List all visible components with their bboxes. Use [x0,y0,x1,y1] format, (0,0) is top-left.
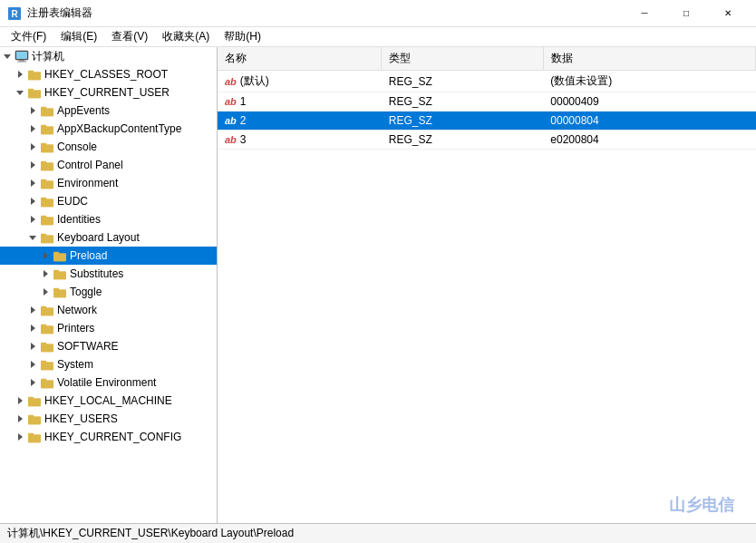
tree-item-label-computer: 计算机 [32,49,64,64]
tree-toggle-software[interactable] [25,337,40,355]
svg-rect-78 [41,380,53,388]
svg-rect-6 [17,62,26,63]
tree-item-identities[interactable]: Identities [0,210,217,228]
cell-type: REG_SZ [382,92,543,112]
tree-panel[interactable]: 计算机 HKEY_CLASSES_ROOT HKEY_CURRENT_USER … [0,47,218,523]
folder-icon [40,230,54,245]
tree-item-hklm[interactable]: HKEY_LOCAL_MACHINE [0,392,217,410]
svg-marker-71 [31,361,35,368]
cell-name: ab1 [218,92,382,112]
tree-item-label-hkcr: HKEY_CLASSES_ROOT [44,68,168,81]
close-button[interactable]: ✕ [707,0,749,27]
svg-rect-66 [41,325,53,334]
folder-icon [40,212,54,227]
tree-toggle-network[interactable] [25,301,40,319]
tree-item-label-keyboardlayout: Keyboard Layout [57,231,140,244]
tree-item-network[interactable]: Network [0,301,217,319]
tree-toggle-appevents[interactable] [25,102,40,120]
tree-item-toggle[interactable]: Toggle [0,283,217,301]
svg-rect-14 [28,90,41,98]
svg-rect-90 [28,434,41,442]
tree-item-hku[interactable]: HKEY_USERS [0,410,217,428]
window-controls: ─ □ ✕ [624,0,749,27]
tree-toggle-hkcr[interactable] [13,65,27,83]
tree-item-label-hkcu: HKEY_CURRENT_USER [44,86,170,99]
tree-toggle-volatile[interactable] [25,373,40,392]
tree-item-label-software: SOFTWARE [57,340,119,353]
tree-toggle-computer[interactable] [0,47,15,65]
tree-item-appevents[interactable]: AppEvents [0,102,217,120]
tree-toggle-identities[interactable] [25,210,40,228]
svg-marker-11 [16,91,24,95]
svg-rect-38 [41,199,53,207]
folder-icon [40,375,54,390]
tree-item-hkcc[interactable]: HKEY_CURRENT_CONFIG [0,428,217,446]
svg-marker-83 [18,415,23,422]
tree-item-console[interactable]: Console [0,138,217,156]
table-row[interactable]: ab1REG_SZ00000409 [218,92,756,112]
tree-toggle-preload[interactable] [38,247,53,265]
tree-item-environment[interactable]: Environment [0,174,217,192]
svg-marker-63 [31,325,35,332]
tree-item-software[interactable]: SOFTWARE [0,337,217,355]
tree-item-hkcu[interactable]: HKEY_CURRENT_USER [0,83,217,102]
tree-item-label-hku: HKEY_USERS [44,412,118,425]
tree-item-printers[interactable]: Printers [0,319,217,337]
minimize-button[interactable]: ─ [624,0,665,27]
status-bar: 计算机\HKEY_CURRENT_USER\Keyboard Layout\Pr… [0,523,756,543]
tree-item-keyboardlayout[interactable]: Keyboard Layout [0,228,217,247]
tree-item-preload[interactable]: Preload [0,247,217,265]
tree-item-substitutes[interactable]: Substitutes [0,265,217,283]
menu-item[interactable]: 查看(V) [104,27,155,46]
tree-item-volatile[interactable]: Volatile Environment [0,373,217,392]
svg-rect-82 [28,398,41,406]
maximize-button[interactable]: □ [665,0,707,27]
folder-icon [40,103,54,118]
tree-item-computer[interactable]: 计算机 [0,47,217,65]
svg-marker-27 [31,161,35,169]
tree-toggle-eudc[interactable] [25,192,40,210]
tree-toggle-appxbackup[interactable] [25,120,40,138]
tree-toggle-system[interactable] [25,355,40,373]
tree-item-system[interactable]: System [0,355,217,373]
tree-toggle-hkcc[interactable] [13,428,27,446]
menu-item[interactable]: 帮助(H) [217,27,268,46]
table-header-row: 名称类型数据 [218,47,756,71]
folder-icon [53,248,67,263]
tree-toggle-substitutes[interactable] [38,265,53,283]
tree-item-label-hkcc: HKEY_CURRENT_CONFIG [44,431,181,443]
tree-item-controlpanel[interactable]: Control Panel [0,156,217,174]
tree-toggle-keyboardlayout[interactable] [25,228,40,247]
cell-name: ab(默认) [218,71,382,92]
reg-type-icon: ab [225,96,237,107]
tree-item-label-environment: Environment [57,177,118,189]
tree-toggle-console[interactable] [25,138,40,156]
svg-marker-47 [44,252,48,259]
cell-type: REG_SZ [382,112,543,131]
tree-toggle-hklm[interactable] [13,392,27,410]
menu-item[interactable]: 编辑(E) [53,27,104,46]
tree-toggle-hku[interactable] [13,410,27,428]
tree-toggle-hkcu[interactable] [13,83,27,102]
registry-table: 名称类型数据 ab(默认)REG_SZ(数值未设置)ab1REG_SZ00000… [218,47,756,150]
table-row[interactable]: ab3REG_SZe0200804 [218,131,756,150]
menu-item[interactable]: 文件(F) [4,27,53,46]
svg-rect-26 [41,144,53,152]
menu-item[interactable]: 收藏夹(A) [155,27,217,46]
svg-marker-67 [31,343,35,350]
tree-toggle-toggle[interactable] [38,283,53,301]
tree-item-hkcr[interactable]: HKEY_CLASSES_ROOT [0,65,217,83]
table-row[interactable]: ab2REG_SZ00000804 [218,112,756,131]
folder-icon [40,158,54,172]
table-row[interactable]: ab(默认)REG_SZ(数值未设置) [218,71,756,92]
folder-icon [40,321,54,335]
svg-rect-54 [53,271,66,279]
tree-item-eudc[interactable]: EUDC [0,192,217,210]
tree-item-appxbackup[interactable]: AppXBackupContentType [0,120,217,138]
tree-item-label-substitutes: Substitutes [70,267,123,280]
svg-marker-2 [4,54,11,59]
cell-data: (数值未设置) [543,71,755,92]
tree-toggle-environment[interactable] [25,174,40,192]
tree-toggle-printers[interactable] [25,319,40,337]
tree-toggle-controlpanel[interactable] [25,156,40,174]
